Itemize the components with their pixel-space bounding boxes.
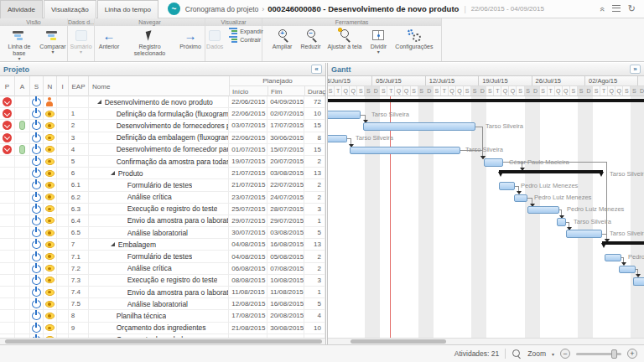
dividir-button[interactable]: Dividir ▾ [364, 28, 392, 55]
tab-visualizacao[interactable]: Visualização [44, 0, 96, 18]
assignee-label: Pedro Luiz Menezes [534, 194, 591, 202]
eye-icon [45, 122, 55, 129]
collapse-left-panel-button[interactable]: « [311, 65, 322, 74]
gantt-task-bar[interactable] [328, 111, 361, 119]
tab-linha-do-tempo[interactable]: Linha do tempo [97, 0, 158, 18]
col-nome[interactable]: Nome [89, 76, 230, 96]
col-fim[interactable]: Fim [268, 86, 305, 96]
refresh-icon[interactable]: ↻ [628, 4, 636, 13]
linha-de-base-button[interactable]: Linha de base ▾ [0, 28, 39, 62]
gantt-day-cell: Q [615, 86, 623, 96]
list-view-icon[interactable] [612, 5, 621, 13]
arrow-right-icon: → [184, 29, 197, 42]
weekend-stripe [471, 96, 486, 338]
gantt-task-bar[interactable] [363, 122, 475, 131]
eye-icon [45, 111, 55, 117]
ampliar-button[interactable]: + Ampliar [268, 28, 297, 51]
zoom-caret-icon[interactable]: ▾ [552, 351, 554, 357]
table-row[interactable]: 6.2Análise crítica23/07/201524/07/20152 [0, 192, 325, 204]
task-name: Envio da amostra para o laboratório [127, 288, 229, 297]
collapse-ribbon-icon[interactable]: « [598, 7, 606, 12]
sumario-button[interactable]: Sumário ▾ [68, 28, 94, 55]
gantt-weeks: 28/Jun/1505/Jul/1512/Jul/1519/Jul/1526/J… [328, 76, 644, 86]
table-row[interactable]: 9Orçamento dos ingredientes21/08/201530/… [0, 323, 325, 334]
col-s[interactable]: S [30, 76, 44, 96]
gantt-hscrollbar[interactable] [328, 338, 644, 344]
task-name: Formulário de testes [127, 181, 192, 189]
gantt-task-bar[interactable] [499, 182, 515, 190]
col-n[interactable]: N [44, 76, 57, 96]
gantt-task-bar[interactable] [566, 230, 602, 238]
table-row[interactable]: 7.5Análise laboratorial12/08/201516/08/2… [0, 298, 325, 310]
anterior-button[interactable]: ← Anterior [95, 28, 123, 51]
gantt-task-bar[interactable] [514, 194, 527, 203]
zoom-slider[interactable] [576, 353, 621, 355]
table-row[interactable]: Desenvolvimento de novo produto22/06/201… [0, 96, 325, 108]
table-row[interactable]: 8Planilha técnica17/08/201520/08/20154 [0, 310, 325, 322]
dados-button[interactable]: Dados [204, 28, 226, 51]
zoom-out-button[interactable]: − [560, 349, 570, 359]
collapse-gantt-panel-button[interactable]: » [630, 65, 641, 74]
gantt-summary-bar[interactable] [499, 170, 603, 173]
expandir-button[interactable]: Expandir [229, 28, 263, 34]
project-panel: Projeto « P A S N I EAP Nome Planejado I… [0, 63, 326, 344]
table-row[interactable]: 6.3Execução e registro do teste25/07/201… [0, 204, 325, 215]
col-duracao[interactable]: Duração [305, 86, 326, 96]
ajustar-a-tela-button[interactable]: Ajustar à tela [325, 28, 365, 51]
table-row[interactable]: 7Embalagem04/08/201516/08/201513 [0, 239, 325, 251]
table-row[interactable]: 7.3Execução e registro do teste08/08/201… [0, 275, 325, 287]
table-row[interactable]: 7.1Formulário de testes04/08/201505/08/2… [0, 251, 325, 262]
col-eap[interactable]: EAP [69, 76, 89, 96]
gantt-task-bar[interactable] [527, 206, 559, 215]
gantt-task-bar[interactable] [557, 218, 566, 226]
col-i[interactable]: I [57, 76, 69, 96]
zoom-slider-thumb[interactable] [611, 349, 617, 359]
configuracoes-button[interactable]: Configurações [392, 28, 435, 51]
gantt-summary-bar[interactable] [602, 241, 644, 245]
gantt-task-bar[interactable] [619, 266, 636, 274]
gantt-day-cell: T [494, 86, 501, 96]
table-row[interactable]: 4Desenvolvimento de fornecedor para a em… [0, 144, 325, 156]
table-row[interactable]: 6.5Análise laboratorial30/07/201503/08/2… [0, 227, 325, 239]
table-row[interactable]: 1Definição da formulação (fluxograma do … [0, 108, 325, 120]
registro-selecionado-button[interactable]: Registro selecionado [123, 28, 176, 58]
proximo-button[interactable]: → Próximo [176, 28, 205, 51]
zoom-label[interactable]: Zoom [527, 349, 546, 358]
gantt-day-cell: T [441, 86, 449, 96]
table-row[interactable]: 6.4Envio da amostra para o laboratório29… [0, 215, 325, 227]
expand-triangle-icon[interactable] [97, 100, 101, 104]
col-inicio[interactable]: Início [230, 86, 268, 96]
contrair-button[interactable]: Contrair [229, 36, 263, 43]
gantt-summary-bar[interactable] [328, 99, 644, 102]
gantt-task-bar[interactable] [484, 158, 503, 167]
table-row[interactable]: 7.2Análise crítica06/08/201507/08/20152 [0, 263, 325, 275]
gantt-task-bar[interactable] [633, 277, 644, 286]
table-row[interactable]: 6Produto21/07/201503/08/201513 [0, 168, 325, 179]
col-a[interactable]: A [15, 76, 30, 96]
tab-atividade[interactable]: Atividade [0, 0, 43, 18]
eye-icon [45, 158, 55, 165]
expand-triangle-icon[interactable] [111, 242, 115, 246]
weekend-stripe [525, 96, 540, 338]
table-row[interactable]: 3Definição da embalagem (fluxograma do p… [0, 132, 325, 144]
table-row[interactable]: 7.4Envio da amostra para o laboratório11… [0, 287, 325, 298]
project-hscrollbar[interactable] [0, 338, 325, 344]
scrollbar-thumb[interactable] [5, 339, 322, 344]
gantt-day-cell: S [380, 86, 387, 96]
gantt-week-label: 28/Jun/15 [328, 76, 372, 86]
zoom-in-button[interactable]: + [627, 349, 637, 359]
gantt-task-bar[interactable] [605, 254, 621, 262]
table-row[interactable]: 5Confirmação da amostra para todas as av… [0, 156, 325, 168]
col-p[interactable]: P [0, 76, 15, 96]
expand-triangle-icon[interactable] [111, 171, 115, 175]
priority-icon [3, 97, 12, 106]
zoom-out-icon: − [304, 29, 318, 42]
scrollbar-thumb[interactable] [351, 339, 446, 344]
gantt-task-bar[interactable] [328, 135, 347, 143]
gantt-task-bar[interactable] [350, 147, 460, 155]
reduzir-button[interactable]: − Reduzir [297, 28, 325, 51]
table-row[interactable]: 6.1Formulário de testes21/07/201522/07/2… [0, 179, 325, 191]
comparar-button[interactable]: Comparar ▾ [39, 28, 67, 55]
breadcrumb-app[interactable]: Cronograma do projeto [185, 5, 258, 13]
table-row[interactable]: 2Desenvolvimento de fornecedores para os… [0, 120, 325, 132]
